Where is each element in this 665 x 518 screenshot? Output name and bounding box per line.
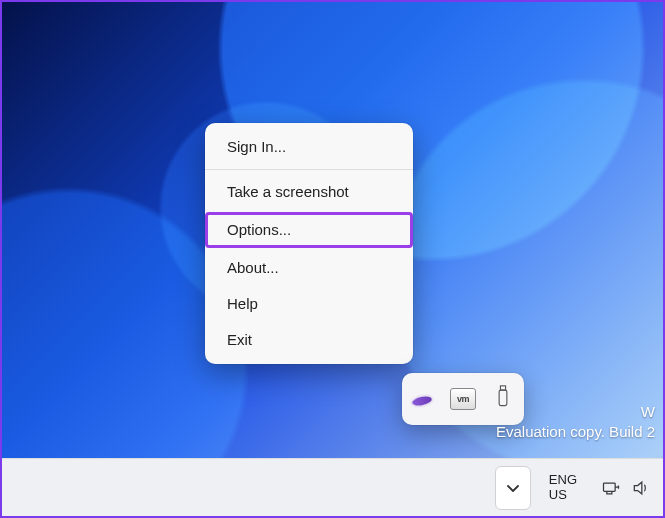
language-secondary: US [549,488,567,503]
volume-icon [631,478,651,498]
menu-item-help[interactable]: Help [205,286,413,322]
swoosh-icon [412,391,434,407]
svg-rect-0 [500,386,505,390]
watermark-line-2: Evaluation copy. Build 2 [496,422,655,442]
menu-item-take-screenshot[interactable]: Take a screenshot [205,174,413,210]
windows-watermark: W Evaluation copy. Build 2 [496,402,655,443]
menu-item-options[interactable]: Options... [205,212,413,248]
language-indicator[interactable]: ENG US [537,473,589,503]
tray-app-context-menu: Sign In... Take a screenshot Options... … [205,123,413,364]
system-status-icons[interactable] [595,478,657,498]
language-primary: ENG [549,473,577,488]
svg-rect-2 [604,483,616,491]
taskbar: ENG US [2,458,663,516]
menu-item-exit[interactable]: Exit [205,322,413,358]
watermark-line-1: W [496,402,655,422]
menu-item-sign-in[interactable]: Sign In... [205,129,413,165]
tray-icon-vmware[interactable]: vm [446,382,480,416]
screenshot-viewport: Sign In... Take a screenshot Options... … [0,0,665,518]
tray-overflow-chevron-button[interactable] [495,466,531,510]
chevron-down-icon [505,480,521,496]
menu-separator [205,169,413,170]
tray-icon-app-swoosh[interactable] [406,382,440,416]
vm-badge-icon: vm [450,388,476,410]
network-icon [601,478,621,498]
menu-item-about[interactable]: About... [205,250,413,286]
